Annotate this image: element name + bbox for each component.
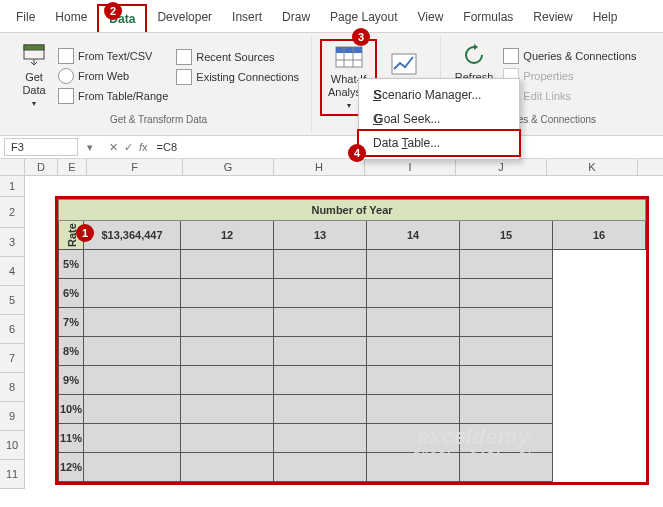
get-data-button[interactable]: Get Data ▾ [14, 39, 54, 112]
tab-file[interactable]: File [6, 4, 45, 32]
table-cell[interactable] [274, 337, 367, 366]
corner-value: $13,364,447 [84, 221, 181, 250]
row-header-7[interactable]: 7 [0, 344, 25, 373]
fx-icon[interactable]: fx [139, 141, 148, 153]
watermark: exceldemy EXCEL · DATA · BI [413, 424, 533, 459]
row-header-8[interactable]: 8 [0, 373, 25, 402]
dropdown-icon[interactable]: ▾ [87, 141, 93, 154]
table-cell[interactable] [84, 395, 181, 424]
table-cell[interactable] [460, 337, 553, 366]
table-cell[interactable] [460, 279, 553, 308]
row-header-2[interactable]: 2 [0, 197, 25, 228]
table-cell[interactable] [367, 337, 460, 366]
col-header-G[interactable]: G [183, 159, 274, 175]
table-cell[interactable] [84, 250, 181, 279]
queries-connections-button[interactable]: Queries & Connections [499, 46, 640, 66]
callout-2: 2 [104, 2, 122, 20]
col-header-I[interactable]: I [365, 159, 456, 175]
table-cell[interactable] [84, 424, 181, 453]
tab-insert[interactable]: Insert [222, 4, 272, 32]
spreadsheet-grid: 1234567891011 Number of Year Rate $13,36… [0, 176, 663, 489]
row-header-11[interactable]: 11 [0, 460, 25, 489]
col-header-K[interactable]: K [547, 159, 638, 175]
table-cell[interactable] [181, 453, 274, 482]
cancel-icon[interactable]: ✕ [109, 141, 118, 154]
table-cell[interactable] [84, 453, 181, 482]
table-cell[interactable] [367, 366, 460, 395]
recent-sources-button[interactable]: Recent Sources [172, 47, 303, 67]
properties-button[interactable]: Properties [499, 66, 640, 86]
enter-icon[interactable]: ✓ [124, 141, 133, 154]
table-cell[interactable] [367, 250, 460, 279]
group-label-transform: Get & Transform Data [110, 114, 207, 125]
table-cell[interactable] [84, 366, 181, 395]
row-header-5[interactable]: 5 [0, 286, 25, 315]
rate-header: 10% [59, 395, 84, 424]
tab-view[interactable]: View [408, 4, 454, 32]
select-all-corner[interactable] [0, 159, 25, 175]
svg-rect-3 [336, 47, 362, 53]
table-cell[interactable] [84, 337, 181, 366]
table-cell[interactable] [181, 308, 274, 337]
row-header-3[interactable]: 3 [0, 228, 25, 257]
col-header-J[interactable]: J [456, 159, 547, 175]
row-header-4[interactable]: 4 [0, 257, 25, 286]
menu-data-table[interactable]: Data Table... [357, 129, 521, 157]
table-cell[interactable] [274, 395, 367, 424]
table-cell[interactable] [460, 308, 553, 337]
menu-goal-seek[interactable]: GGoal Seek... [359, 107, 519, 131]
data-table-selection: Number of Year Rate $13,364,447 12 13 14… [55, 196, 649, 485]
row-header-9[interactable]: 9 [0, 402, 25, 431]
col-header-F[interactable]: F [87, 159, 183, 175]
formula-bar: F3 ▾ ✕ ✓ fx =C8 [0, 136, 663, 159]
tab-formulas[interactable]: Formulas [453, 4, 523, 32]
table-cell[interactable] [181, 424, 274, 453]
edit-links-button[interactable]: Edit Links [499, 86, 640, 106]
tab-draw[interactable]: Draw [272, 4, 320, 32]
tab-home[interactable]: Home [45, 4, 97, 32]
existing-connections-button[interactable]: Existing Connections [172, 67, 303, 87]
col-header-E[interactable]: E [58, 159, 87, 175]
table-cell[interactable] [460, 395, 553, 424]
tab-developer[interactable]: Developer [147, 4, 222, 32]
col-header-D[interactable]: D [25, 159, 58, 175]
table-cell[interactable] [274, 250, 367, 279]
tab-review[interactable]: Review [523, 4, 582, 32]
table-cell[interactable] [274, 424, 367, 453]
web-icon [58, 68, 74, 84]
name-box[interactable]: F3 [4, 138, 78, 156]
table-cell[interactable] [181, 337, 274, 366]
table-cell[interactable] [274, 453, 367, 482]
table-cell[interactable] [181, 366, 274, 395]
table-cell[interactable] [181, 395, 274, 424]
year-header: 13 [274, 221, 367, 250]
row-header-6[interactable]: 6 [0, 315, 25, 344]
table-cell[interactable] [181, 279, 274, 308]
column-headers: DEFGHIJK [0, 159, 663, 176]
chevron-down-icon: ▾ [347, 99, 351, 112]
grid-body[interactable]: Number of Year Rate $13,364,447 12 13 14… [25, 176, 663, 489]
menu-scenario-manager[interactable]: SScenario Manager... [359, 83, 519, 107]
table-cell[interactable] [460, 250, 553, 279]
table-cell[interactable] [367, 308, 460, 337]
table-cell[interactable] [274, 366, 367, 395]
table-cell[interactable] [274, 279, 367, 308]
table-cell[interactable] [84, 279, 181, 308]
table-cell[interactable] [274, 308, 367, 337]
forecast-icon [390, 50, 418, 78]
tab-help[interactable]: Help [583, 4, 628, 32]
col-header-H[interactable]: H [274, 159, 365, 175]
row-header-1[interactable]: 1 [0, 176, 25, 197]
from-table-button[interactable]: From Table/Range [54, 86, 172, 106]
group-get-transform: Get Data ▾ From Text/CSV From Web From T… [6, 37, 312, 131]
table-cell[interactable] [367, 279, 460, 308]
table-cell[interactable] [84, 308, 181, 337]
row-header-10[interactable]: 10 [0, 431, 25, 460]
table-cell[interactable] [460, 366, 553, 395]
recent-icon [176, 49, 192, 65]
callout-4: 4 [348, 144, 366, 162]
table-cell[interactable] [367, 395, 460, 424]
from-text-csv-button[interactable]: From Text/CSV [54, 46, 172, 66]
from-web-button[interactable]: From Web [54, 66, 172, 86]
table-cell[interactable] [181, 250, 274, 279]
